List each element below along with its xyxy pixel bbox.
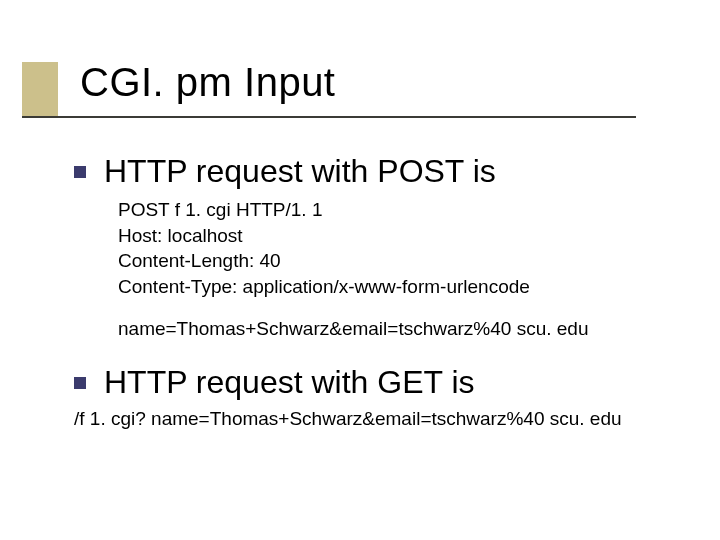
post-content-length-header: Content-Length: 40 xyxy=(118,248,690,274)
bullet-item-get: HTTP request with GET is xyxy=(74,365,690,400)
post-body: name=Thomas+Schwarz&email=tschwarz%40 sc… xyxy=(118,316,690,342)
bullet-item-post: HTTP request with POST is xyxy=(74,154,690,189)
post-host-header: Host: localhost xyxy=(118,223,690,249)
bullet-text-post: HTTP request with POST is xyxy=(104,154,496,189)
post-request-block: POST f 1. cgi HTTP/1. 1 Host: localhost … xyxy=(118,197,690,341)
square-bullet-icon xyxy=(74,166,86,178)
post-content-type-header: Content-Type: application/x-www-form-url… xyxy=(118,274,690,300)
post-request-line: POST f 1. cgi HTTP/1. 1 xyxy=(118,197,690,223)
title-underline xyxy=(22,116,636,118)
bullet-text-get: HTTP request with GET is xyxy=(104,365,474,400)
slide-body: HTTP request with POST is POST f 1. cgi … xyxy=(74,150,690,431)
blank-line xyxy=(118,300,690,316)
get-request-line: /f 1. cgi? name=Thomas+Schwarz&email=tsc… xyxy=(74,407,690,432)
slide-title: CGI. pm Input xyxy=(80,60,335,105)
square-bullet-icon xyxy=(74,377,86,389)
slide: CGI. pm Input HTTP request with POST is … xyxy=(0,0,720,540)
title-accent-block xyxy=(22,62,58,116)
